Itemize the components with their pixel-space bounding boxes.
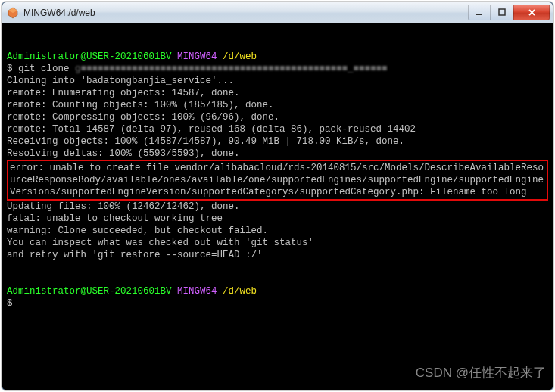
svg-rect-0 (476, 14, 482, 15)
output-line: Updating files: 100% (12462/12462), done… (7, 201, 240, 212)
output-line: remote: Counting objects: 100% (185/185)… (7, 100, 274, 110)
output-line: remote: Total 14587 (delta 97), reused 1… (7, 124, 416, 135)
output-line: warning: Clone succeeded, but checkout f… (7, 226, 268, 236)
output-line: Cloning into 'badatongbanjia_service'... (7, 76, 234, 86)
app-icon (7, 7, 19, 19)
prompt-path: /d/web (223, 286, 257, 297)
prompt-dollar: $ (7, 298, 13, 309)
output-line: fatal: unable to checkout working tree (7, 213, 223, 224)
prompt-env: MINGW64 (177, 286, 217, 297)
output-line: remote: Enumerating objects: 14587, done… (7, 88, 240, 98)
output-line: Resolving deltas: 100% (5593/5593), done… (7, 148, 240, 159)
titlebar[interactable]: MINGW64:/d/web (2, 2, 553, 23)
output-line: remote: Compressing objects: 100% (96/96… (7, 112, 279, 123)
prompt-userhost: Administrator@USER-20210601BV (7, 286, 172, 297)
prompt-env: MINGW64 (177, 51, 217, 62)
cmd-prefix: $ git clone (7, 64, 75, 74)
close-button[interactable] (513, 5, 550, 20)
minimize-button[interactable] (468, 5, 491, 20)
prompt-userhost: Administrator@USER-20210601BV (7, 51, 172, 62)
error-text: error: unable to create file vendor/alib… (10, 163, 544, 198)
output-line: You can inspect what was checked out wit… (7, 238, 313, 248)
output-line: Receiving objects: 100% (14587/14587), 9… (7, 136, 404, 147)
terminal-window: MINGW64:/d/web Administrator@USER-202106… (2, 2, 553, 390)
window-title: MINGW64:/d/web (23, 8, 468, 18)
svg-rect-1 (499, 9, 505, 15)
prompt-path: /d/web (223, 51, 257, 62)
error-box: error: unable to create file vendor/alib… (7, 160, 548, 201)
window-buttons (468, 5, 550, 20)
terminal-output[interactable]: Administrator@USER-20210601BV MINGW64 /d… (2, 23, 553, 390)
output-line: and retry with 'git restore --source=HEA… (7, 250, 263, 260)
cmd-url-redacted: g■■■■■■■■■■■■■■■■■■■■■■■■■■■■■■■■■■■■■■■… (75, 64, 388, 74)
maximize-button[interactable] (491, 5, 513, 20)
